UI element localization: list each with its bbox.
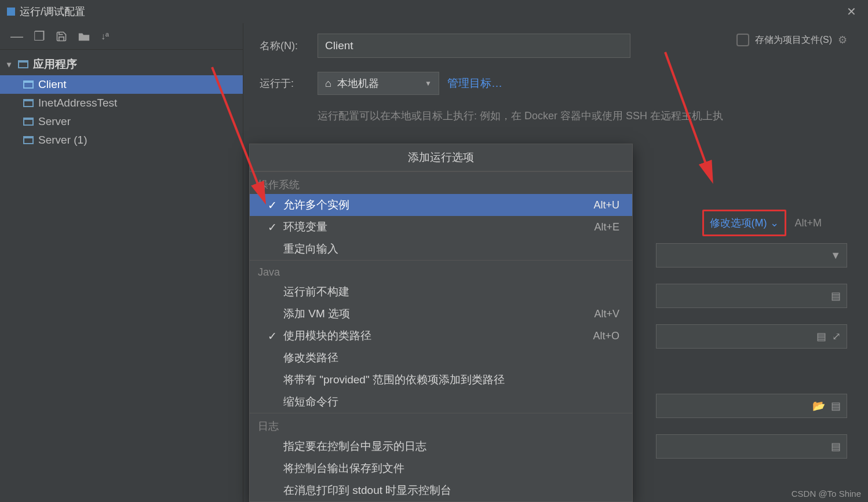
store-as-project-row: 存储为项目文件(S) ⚙ (736, 34, 847, 46)
list-icon: ▤ (831, 440, 841, 453)
popup-item-module-classpath[interactable]: ✓ 使用模块的类路径 Alt+O (250, 325, 632, 347)
popup-item-redirect-input[interactable]: 重定向输入 (250, 238, 632, 260)
popup-item-label: 允许多个实例 (281, 197, 593, 212)
title-bar: 运行/调试配置 ✕ (0, 0, 868, 23)
config-tree: ▾ 应用程序 Client InetAddressTest Server Ser… (0, 50, 243, 153)
check-icon: ✓ (264, 221, 281, 234)
chevron-down-icon: ▼ (425, 79, 432, 87)
popup-item-shortcut: Alt+U (593, 199, 624, 211)
popup-item-label: 缩短命令行 (281, 394, 624, 409)
tree-item-label: InetAddressTest (38, 97, 117, 109)
gear-icon[interactable]: ⚙ (838, 34, 847, 46)
tree-item-label: Server (38, 115, 71, 128)
popup-item-allow-multiple[interactable]: ✓ 允许多个实例 Alt+U (250, 194, 632, 216)
run-on-hint: 运行配置可以在本地或目标上执行: 例如，在 Docker 容器中或使用 SSH … (260, 109, 852, 123)
run-on-label: 运行于: (260, 76, 309, 90)
popup-item-label: 运行前不构建 (281, 284, 624, 299)
store-as-project-label: 存储为项目文件(S) (755, 34, 832, 46)
tree-section-label: 应用程序 (33, 57, 77, 72)
sidebar-toolbar: — ❐ ↓ª (0, 23, 243, 50)
watermark: CSDN @To Shine (792, 489, 861, 499)
folder-open-icon: 📂 (812, 400, 825, 412)
field-slot-2[interactable]: ▤ (656, 284, 847, 308)
popup-title: 添加运行选项 (250, 144, 632, 171)
tree-item-server[interactable]: Server (0, 112, 243, 131)
popup-item-show-console-stdout[interactable]: 在消息打印到 stdout 时显示控制台 (250, 479, 632, 501)
run-on-value: 本地机器 (337, 76, 379, 90)
sort-icon[interactable]: ↓ª (101, 31, 109, 42)
annotation-red-box: 修改选项(M) ⌄ (702, 210, 787, 236)
popup-item-shorten-cmdline[interactable]: 缩短命令行 (250, 391, 632, 413)
popup-item-shortcut: Alt+E (594, 221, 624, 233)
manage-targets-link[interactable]: 管理目标… (447, 76, 502, 91)
field-slot-3[interactable]: ▤ ⤢ (656, 324, 847, 349)
close-icon[interactable]: ✕ (842, 2, 861, 21)
caret-down-icon: ▾ (7, 60, 11, 69)
popup-item-modify-classpath[interactable]: 修改类路径 (250, 347, 632, 369)
popup-item-label: 修改类路径 (281, 350, 624, 365)
popup-item-provided-deps[interactable]: 将带有 "provided" 范围的依赖项添加到类路径 (250, 369, 632, 391)
expand-icon: ⤢ (832, 330, 841, 343)
popup-item-label: 将控制台输出保存到文件 (281, 461, 624, 476)
popup-item-label: 重定向输入 (281, 241, 624, 257)
tree-item-server-1[interactable]: Server (1) (0, 131, 243, 149)
popup-item-console-logs[interactable]: 指定要在控制台中显示的日志 (250, 435, 632, 457)
popup-section-java: Java (250, 260, 632, 281)
sidebar: — ❐ ↓ª ▾ 应用程序 Client InetAddressTest (0, 23, 243, 502)
popup-section-os: 操作系统 (250, 171, 632, 194)
popup-item-label: 添加 VM 选项 (281, 306, 594, 321)
chevron-down-icon: ▼ (830, 250, 841, 262)
folder-icon[interactable] (78, 31, 90, 42)
field-slot-4[interactable]: 📂 ▤ (656, 394, 847, 418)
home-icon: ⌂ (325, 78, 331, 90)
tree-item-inetaddresstest[interactable]: InetAddressTest (0, 94, 243, 112)
window-icon (7, 8, 15, 16)
modify-options-link[interactable]: 修改选项(M) ⌄ (710, 216, 779, 230)
run-on-dropdown[interactable]: ⌂ 本地机器 ▼ (318, 72, 439, 95)
popup-item-no-build[interactable]: 运行前不构建 (250, 281, 632, 303)
run-on-row: 运行于: ⌂ 本地机器 ▼ 管理目标… (260, 72, 852, 95)
list-icon: ▤ (831, 400, 841, 412)
check-icon: ✓ (264, 199, 281, 212)
copy-icon[interactable]: ❐ (34, 29, 45, 44)
save-icon[interactable] (56, 31, 67, 42)
popup-item-label: 将带有 "provided" 范围的依赖项添加到类路径 (281, 372, 624, 387)
popup-item-env-vars[interactable]: ✓ 环境变量 Alt+E (250, 216, 632, 238)
popup-item-label: 环境变量 (281, 219, 594, 234)
application-icon (23, 118, 34, 126)
popup-item-label: 指定要在控制台中显示的日志 (281, 439, 624, 454)
popup-item-label: 使用模块的类路径 (281, 328, 593, 343)
store-as-project-checkbox[interactable] (736, 34, 749, 46)
application-icon (18, 60, 28, 68)
add-run-options-popup: 添加运行选项 操作系统 ✓ 允许多个实例 Alt+U ✓ 环境变量 Alt+E … (249, 144, 633, 502)
list-icon: ▤ (831, 290, 841, 302)
chevron-down-icon: ⌄ (770, 217, 779, 229)
popup-item-label: 在消息打印到 stdout 时显示控制台 (281, 483, 624, 498)
field-slot-5[interactable]: ▤ (656, 434, 847, 459)
check-icon: ✓ (264, 329, 281, 343)
modify-options-area: 修改选项(M) ⌄ Alt+M (702, 210, 822, 236)
popup-item-shortcut: Alt+V (594, 308, 624, 320)
popup-item-save-console[interactable]: 将控制台输出保存到文件 (250, 457, 632, 479)
modify-options-label: 修改选项(M) (710, 216, 767, 230)
popup-item-shortcut: Alt+O (593, 330, 624, 342)
application-icon (23, 136, 34, 144)
tree-item-label: Client (38, 78, 67, 91)
window-title: 运行/调试配置 (20, 5, 85, 19)
popup-item-vm-options[interactable]: 添加 VM 选项 Alt+V (250, 303, 632, 325)
popup-section-log: 日志 (250, 413, 632, 435)
field-slots: ▼ ▤ ▤ ⤢ 📂 ▤ ▤ (656, 243, 847, 459)
name-label: 名称(N): (260, 39, 309, 53)
name-input[interactable] (318, 34, 630, 58)
tree-item-label: Server (1) (38, 134, 87, 146)
modify-shortcut-hint: Alt+M (794, 217, 822, 229)
application-icon (23, 80, 34, 89)
list-icon: ▤ (816, 330, 826, 343)
tree-item-client[interactable]: Client (0, 75, 243, 94)
remove-icon[interactable]: — (10, 29, 23, 44)
tree-section-applications[interactable]: ▾ 应用程序 (0, 53, 243, 75)
application-icon (23, 99, 34, 107)
field-slot-1[interactable]: ▼ (656, 243, 847, 268)
